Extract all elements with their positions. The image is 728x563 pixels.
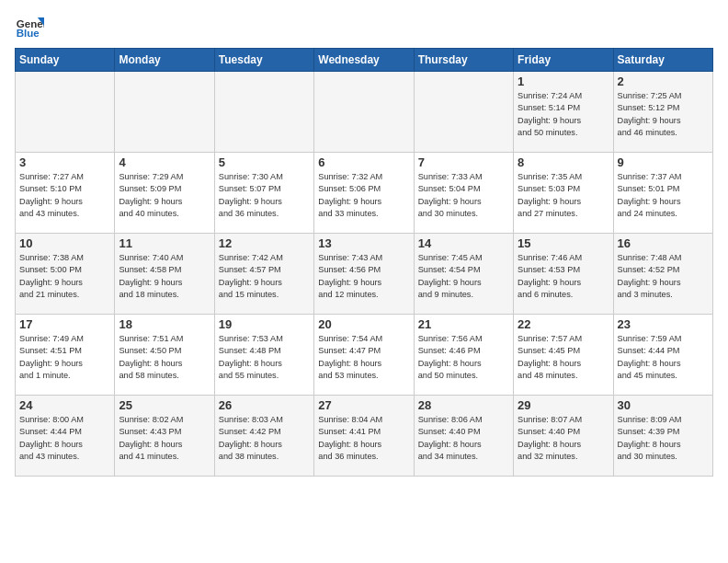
day-number: 17 [19,317,110,331]
day-number: 3 [19,155,110,169]
day-info: Sunrise: 7:30 AM Sunset: 5:07 PM Dayligh… [219,171,310,220]
week-row-3: 10Sunrise: 7:38 AM Sunset: 5:00 PM Dayli… [16,234,713,315]
calendar-cell [414,72,513,153]
calendar-cell: 16Sunrise: 7:48 AM Sunset: 4:52 PM Dayli… [613,234,712,315]
day-number: 24 [19,398,110,412]
day-info: Sunrise: 7:51 AM Sunset: 4:50 PM Dayligh… [119,333,210,382]
calendar-cell: 8Sunrise: 7:35 AM Sunset: 5:03 PM Daylig… [514,153,613,234]
day-info: Sunrise: 8:09 AM Sunset: 4:39 PM Dayligh… [618,414,709,463]
svg-text:Blue: Blue [17,28,40,39]
day-number: 21 [418,317,509,331]
calendar-cell: 27Sunrise: 8:04 AM Sunset: 4:41 PM Dayli… [314,396,414,477]
calendar-cell: 21Sunrise: 7:56 AM Sunset: 4:46 PM Dayli… [414,315,513,396]
calendar-cell: 7Sunrise: 7:33 AM Sunset: 5:04 PM Daylig… [414,153,513,234]
day-number: 14 [418,236,509,250]
calendar-cell: 9Sunrise: 7:37 AM Sunset: 5:01 PM Daylig… [613,153,712,234]
calendar-cell: 17Sunrise: 7:49 AM Sunset: 4:51 PM Dayli… [16,315,115,396]
day-info: Sunrise: 7:46 AM Sunset: 4:53 PM Dayligh… [518,252,609,301]
day-info: Sunrise: 7:43 AM Sunset: 4:56 PM Dayligh… [318,252,409,301]
day-info: Sunrise: 7:59 AM Sunset: 4:44 PM Dayligh… [618,333,709,382]
day-info: Sunrise: 7:38 AM Sunset: 5:00 PM Dayligh… [19,252,110,301]
calendar-cell: 30Sunrise: 8:09 AM Sunset: 4:39 PM Dayli… [613,396,712,477]
day-number: 5 [219,155,310,169]
calendar-cell: 15Sunrise: 7:46 AM Sunset: 4:53 PM Dayli… [514,234,613,315]
calendar-cell: 22Sunrise: 7:57 AM Sunset: 4:45 PM Dayli… [514,315,613,396]
calendar-cell: 2Sunrise: 7:25 AM Sunset: 5:12 PM Daylig… [613,72,712,153]
day-number: 11 [119,236,210,250]
calendar-cell [314,72,414,153]
calendar-cell: 23Sunrise: 7:59 AM Sunset: 4:44 PM Dayli… [613,315,712,396]
day-info: Sunrise: 8:03 AM Sunset: 4:42 PM Dayligh… [219,414,310,463]
week-row-4: 17Sunrise: 7:49 AM Sunset: 4:51 PM Dayli… [16,315,713,396]
day-header-tuesday: Tuesday [214,49,313,72]
calendar-cell: 14Sunrise: 7:45 AM Sunset: 4:54 PM Dayli… [414,234,513,315]
day-header-wednesday: Wednesday [314,49,414,72]
day-header-sunday: Sunday [16,49,115,72]
day-info: Sunrise: 7:27 AM Sunset: 5:10 PM Dayligh… [19,171,110,220]
day-info: Sunrise: 8:02 AM Sunset: 4:43 PM Dayligh… [119,414,210,463]
day-number: 4 [119,155,210,169]
calendar-cell [214,72,313,153]
week-row-2: 3Sunrise: 7:27 AM Sunset: 5:10 PM Daylig… [16,153,713,234]
day-number: 22 [518,317,609,331]
day-number: 26 [219,398,310,412]
calendar-cell: 12Sunrise: 7:42 AM Sunset: 4:57 PM Dayli… [214,234,313,315]
calendar-cell [16,72,115,153]
calendar-cell: 11Sunrise: 7:40 AM Sunset: 4:58 PM Dayli… [115,234,214,315]
page-container: General Blue SundayMondayTuesdayWednesda… [0,0,728,484]
day-number: 10 [19,236,110,250]
calendar-cell: 28Sunrise: 8:06 AM Sunset: 4:40 PM Dayli… [414,396,513,477]
day-info: Sunrise: 7:57 AM Sunset: 4:45 PM Dayligh… [518,333,609,382]
day-info: Sunrise: 7:40 AM Sunset: 4:58 PM Dayligh… [119,252,210,301]
day-number: 28 [418,398,509,412]
day-info: Sunrise: 8:06 AM Sunset: 4:40 PM Dayligh… [418,414,509,463]
day-info: Sunrise: 7:24 AM Sunset: 5:14 PM Dayligh… [518,90,609,139]
calendar-cell: 20Sunrise: 7:54 AM Sunset: 4:47 PM Dayli… [314,315,414,396]
calendar-cell: 24Sunrise: 8:00 AM Sunset: 4:44 PM Dayli… [16,396,115,477]
day-info: Sunrise: 7:54 AM Sunset: 4:47 PM Dayligh… [318,333,409,382]
calendar-cell: 6Sunrise: 7:32 AM Sunset: 5:06 PM Daylig… [314,153,414,234]
week-row-5: 24Sunrise: 8:00 AM Sunset: 4:44 PM Dayli… [16,396,713,477]
calendar-cell: 1Sunrise: 7:24 AM Sunset: 5:14 PM Daylig… [514,72,613,153]
day-info: Sunrise: 7:25 AM Sunset: 5:12 PM Dayligh… [618,90,709,139]
week-row-1: 1Sunrise: 7:24 AM Sunset: 5:14 PM Daylig… [16,72,713,153]
day-number: 7 [418,155,509,169]
day-number: 13 [318,236,409,250]
calendar-cell: 29Sunrise: 8:07 AM Sunset: 4:40 PM Dayli… [514,396,613,477]
day-number: 8 [518,155,609,169]
day-info: Sunrise: 7:35 AM Sunset: 5:03 PM Dayligh… [518,171,609,220]
day-number: 12 [219,236,310,250]
calendar-cell: 3Sunrise: 7:27 AM Sunset: 5:10 PM Daylig… [16,153,115,234]
day-number: 29 [518,398,609,412]
day-info: Sunrise: 7:37 AM Sunset: 5:01 PM Dayligh… [618,171,709,220]
day-info: Sunrise: 7:29 AM Sunset: 5:09 PM Dayligh… [119,171,210,220]
calendar-cell: 19Sunrise: 7:53 AM Sunset: 4:48 PM Dayli… [214,315,313,396]
calendar-cell: 26Sunrise: 8:03 AM Sunset: 4:42 PM Dayli… [214,396,313,477]
page-header: General Blue [15,11,713,40]
day-number: 6 [318,155,409,169]
day-number: 9 [618,155,709,169]
day-number: 27 [318,398,409,412]
day-number: 30 [618,398,709,412]
calendar-header-row: SundayMondayTuesdayWednesdayThursdayFrid… [16,49,713,72]
calendar-cell: 13Sunrise: 7:43 AM Sunset: 4:56 PM Dayli… [314,234,414,315]
day-number: 2 [618,75,709,88]
day-number: 25 [119,398,210,412]
day-number: 18 [119,317,210,331]
day-info: Sunrise: 8:04 AM Sunset: 4:41 PM Dayligh… [318,414,409,463]
day-info: Sunrise: 7:33 AM Sunset: 5:04 PM Dayligh… [418,171,509,220]
day-number: 16 [618,236,709,250]
calendar-cell: 10Sunrise: 7:38 AM Sunset: 5:00 PM Dayli… [16,234,115,315]
day-number: 20 [318,317,409,331]
day-info: Sunrise: 7:49 AM Sunset: 4:51 PM Dayligh… [19,333,110,382]
day-info: Sunrise: 7:48 AM Sunset: 4:52 PM Dayligh… [618,252,709,301]
day-header-saturday: Saturday [613,49,712,72]
day-info: Sunrise: 8:07 AM Sunset: 4:40 PM Dayligh… [518,414,609,463]
day-header-friday: Friday [514,49,613,72]
logo: General Blue [15,11,44,40]
calendar-cell: 18Sunrise: 7:51 AM Sunset: 4:50 PM Dayli… [115,315,214,396]
day-number: 1 [518,75,609,88]
day-info: Sunrise: 7:45 AM Sunset: 4:54 PM Dayligh… [418,252,509,301]
calendar-cell [115,72,214,153]
day-info: Sunrise: 7:42 AM Sunset: 4:57 PM Dayligh… [219,252,310,301]
